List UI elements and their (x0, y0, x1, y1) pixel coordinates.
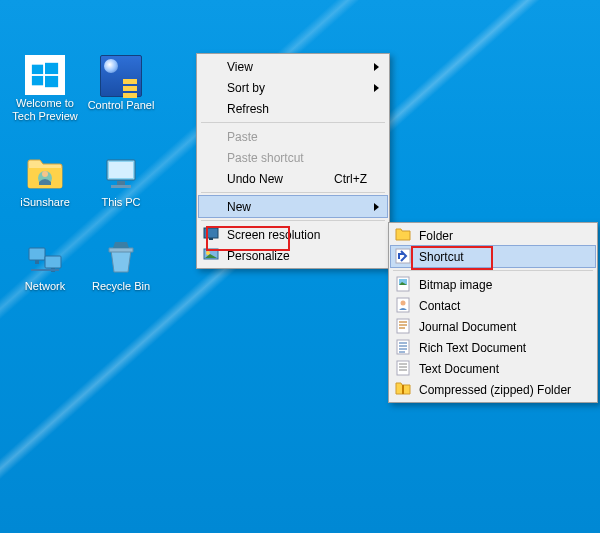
menu-item-label: Personalize (227, 249, 290, 263)
bitmap-icon (395, 276, 411, 292)
menu-separator (201, 122, 385, 123)
menu-item-undo-new[interactable]: Undo New Ctrl+Z (199, 168, 387, 189)
submenu-item-shortcut[interactable]: Shortcut (390, 245, 596, 268)
desktop-icon-isunshare[interactable]: iSunshare (8, 154, 82, 209)
personalize-icon (203, 247, 219, 263)
menu-item-label: Undo New (227, 172, 283, 186)
desktop-icon-label: Recycle Bin (84, 280, 158, 293)
submenu-arrow-icon (374, 203, 379, 211)
menu-item-label: Folder (419, 229, 453, 243)
svg-rect-13 (111, 185, 131, 188)
submenu-item-journal[interactable]: Journal Document (391, 316, 595, 337)
this-pc-icon (101, 154, 141, 194)
folder-icon (25, 154, 65, 194)
submenu-item-bitmap[interactable]: Bitmap image (391, 274, 595, 295)
menu-separator (201, 220, 385, 221)
menu-item-label: Sort by (227, 81, 265, 95)
menu-item-label: View (227, 60, 253, 74)
menu-item-label: Bitmap image (419, 278, 492, 292)
text-icon (395, 360, 411, 376)
context-menu: View Sort by Refresh Paste Paste shortcu… (196, 53, 390, 269)
folder-icon (395, 227, 411, 243)
submenu-arrow-icon (374, 63, 379, 71)
menu-item-label: Paste shortcut (227, 151, 304, 165)
desktop-icon-this-pc[interactable]: This PC (84, 154, 158, 209)
desktop-icon-label: Control Panel (84, 99, 158, 112)
svg-rect-8 (35, 260, 39, 264)
menu-item-label: Journal Document (419, 320, 516, 334)
submenu-item-rtf[interactable]: Rich Text Document (391, 337, 595, 358)
contact-icon (395, 297, 411, 313)
desktop-icon-network[interactable]: Network (8, 238, 82, 293)
svg-point-22 (401, 301, 406, 306)
menu-item-label: New (227, 200, 251, 214)
svg-rect-14 (204, 228, 218, 238)
menu-item-label: Paste (227, 130, 258, 144)
menu-separator (201, 192, 385, 193)
svg-rect-0 (32, 65, 43, 74)
menu-item-label: Contact (419, 299, 460, 313)
svg-rect-6 (29, 248, 45, 260)
submenu-item-contact[interactable]: Contact (391, 295, 595, 316)
svg-point-5 (42, 171, 48, 177)
svg-point-17 (206, 251, 210, 255)
submenu-arrow-icon (374, 84, 379, 92)
svg-rect-26 (402, 385, 404, 394)
menu-item-label: Compressed (zipped) Folder (419, 383, 571, 397)
svg-rect-15 (209, 238, 213, 240)
svg-rect-2 (32, 76, 43, 85)
new-submenu: Folder Shortcut Bitmap image Contact Jo (388, 222, 598, 403)
svg-rect-25 (397, 361, 409, 375)
desktop-icon-welcome[interactable]: Welcome to Tech Preview (8, 55, 82, 123)
menu-item-sort-by[interactable]: Sort by (199, 77, 387, 98)
menu-separator (393, 270, 593, 271)
svg-rect-7 (45, 256, 61, 268)
svg-rect-11 (109, 162, 133, 178)
menu-item-label: Shortcut (419, 250, 464, 264)
screen-resolution-icon (203, 226, 219, 242)
desktop-icon-label: Welcome to Tech Preview (8, 97, 82, 123)
submenu-item-zip[interactable]: Compressed (zipped) Folder (391, 379, 595, 400)
menu-item-shortcut: Ctrl+Z (334, 172, 367, 186)
svg-rect-12 (117, 181, 125, 185)
menu-item-paste: Paste (199, 126, 387, 147)
desktop-icon-label: Network (8, 280, 82, 293)
menu-item-label: Refresh (227, 102, 269, 116)
submenu-item-text[interactable]: Text Document (391, 358, 595, 379)
desktop-icon-recycle-bin[interactable]: Recycle Bin (84, 238, 158, 293)
menu-item-paste-shortcut: Paste shortcut (199, 147, 387, 168)
menu-item-label: Screen resolution (227, 228, 320, 242)
shortcut-icon (395, 248, 411, 264)
menu-item-view[interactable]: View (199, 56, 387, 77)
submenu-item-folder[interactable]: Folder (391, 225, 595, 246)
journal-icon (395, 318, 411, 334)
zip-folder-icon (395, 381, 411, 397)
network-icon (25, 238, 65, 278)
recycle-bin-icon (101, 238, 141, 278)
svg-rect-1 (45, 63, 58, 74)
desktop-icon-label: This PC (84, 196, 158, 209)
desktop-icon-label: iSunshare (8, 196, 82, 209)
menu-item-refresh[interactable]: Refresh (199, 98, 387, 119)
menu-item-label: Text Document (419, 362, 499, 376)
menu-item-personalize[interactable]: Personalize (199, 245, 387, 266)
rtf-icon (395, 339, 411, 355)
svg-rect-3 (45, 76, 58, 87)
desktop-icon-control-panel[interactable]: Control Panel (84, 55, 158, 112)
control-panel-icon (100, 55, 142, 97)
menu-item-screen-resolution[interactable]: Screen resolution (199, 224, 387, 245)
menu-item-new[interactable]: New (198, 195, 388, 218)
svg-rect-23 (397, 319, 409, 333)
menu-item-label: Rich Text Document (419, 341, 526, 355)
windows-logo-icon (25, 55, 65, 95)
desktop[interactable]: Welcome to Tech Preview iSunshare Networ… (0, 0, 600, 533)
